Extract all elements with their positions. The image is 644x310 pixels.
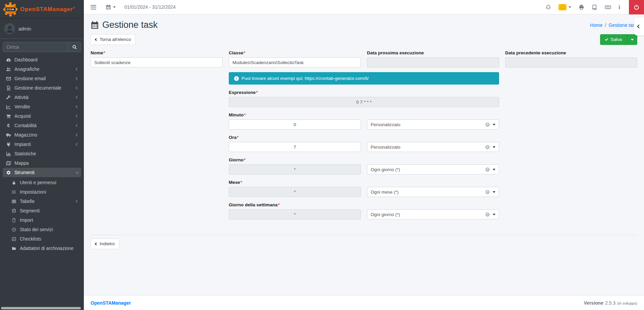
breadcrumb-current-link[interactable]: Gestione task — [608, 22, 637, 28]
sidebar-item-mappa[interactable]: Mappa — [3, 158, 81, 168]
sidebar-item-vendite[interactable]: Vendite — [3, 102, 81, 111]
sidebar-item-label: Mappa — [14, 160, 29, 166]
database-icon — [11, 209, 17, 213]
shortcuts-keyboard-icon[interactable] — [605, 4, 611, 10]
truck-icon — [6, 133, 11, 138]
sidebar-item-gestione-email[interactable]: Gestione email — [3, 74, 81, 83]
field-label: Nome* — [91, 50, 223, 55]
field-label: Giorno* — [229, 157, 499, 162]
sidebar-nav: Dashboard Anagrafiche Gestione email — [0, 54, 84, 310]
sidebar-item-label: Checklists — [20, 236, 41, 242]
tachometer-icon — [6, 57, 11, 62]
hamburger-menu-icon[interactable] — [90, 4, 97, 11]
back-button[interactable]: Indietro — [91, 239, 119, 249]
calendar-icon — [91, 21, 99, 29]
field-nome: Nome* — [91, 50, 223, 67]
sidebar-item-label: Magazzino — [14, 132, 37, 138]
breadcrumb: Home / Gestione task — [590, 20, 637, 28]
sidebar-item-import[interactable]: Import — [3, 215, 81, 225]
docs-book-icon[interactable] — [592, 4, 597, 10]
widget-panel-collapse-button[interactable] — [634, 17, 644, 36]
sidebar-scrollbar[interactable] — [1, 307, 81, 309]
clear-selection-icon[interactable]: × — [485, 167, 490, 172]
logout-power-button[interactable] — [629, 0, 644, 14]
sidebar-item-stato-dei-servizi[interactable]: Stato dei servizi — [3, 225, 81, 234]
sidebar-item-contabilita[interactable]: € Contabilità — [3, 121, 81, 130]
field-label: Data prossima esecuzione — [367, 50, 499, 55]
back-to-list-button[interactable]: Torna all'elenco — [91, 34, 136, 45]
sidebar: OSM OpenSTAManager® admin — [0, 0, 84, 310]
caret-down-icon — [493, 191, 495, 193]
save-dropdown-toggle[interactable] — [627, 34, 637, 45]
search-icon[interactable] — [68, 42, 81, 52]
sidebar-item-statistiche[interactable]: Statistiche — [3, 149, 81, 158]
field-label: Mese* — [229, 180, 499, 185]
session-status-dropdown[interactable] — [558, 4, 571, 10]
notifications-bell-icon[interactable] — [545, 4, 551, 10]
caret-down-icon — [113, 6, 116, 8]
sidebar-item-label: Adattatori di archiviazione — [20, 246, 73, 251]
breadcrumb-home-link[interactable]: Home — [590, 22, 602, 28]
giorno-settimana-select[interactable]: Ogni giorno (*) × — [367, 209, 499, 219]
username: admin — [18, 26, 31, 32]
sidebar-item-utenti-e-permessi[interactable]: Utenti e permessi — [3, 178, 81, 187]
clear-selection-icon[interactable]: × — [485, 122, 490, 127]
giorno-settimana-input — [229, 209, 361, 219]
clear-selection-icon[interactable]: × — [485, 145, 490, 149]
info-icon[interactable]: i — [619, 4, 620, 10]
sidebar-item-checklists[interactable]: Checklists — [3, 234, 81, 244]
sidebar-item-attivita[interactable]: Attività — [3, 93, 81, 102]
avatar — [4, 23, 15, 34]
sidebar-item-acquisti[interactable]: Acquisti — [3, 111, 81, 121]
main-area: 01/01/2024 - 31/12/2024 — [84, 0, 644, 310]
clear-selection-icon[interactable]: × — [485, 190, 490, 194]
chevron-left-icon — [637, 24, 641, 28]
sidebar-item-strumenti[interactable]: Strumenti — [3, 168, 81, 177]
app-window: OSM OpenSTAManager® admin — [0, 0, 644, 310]
search-input[interactable] — [3, 42, 68, 52]
sidebar-item-label: Utenti e permessi — [20, 180, 56, 185]
classe-input[interactable] — [229, 57, 361, 67]
registered-mark: ® — [73, 6, 75, 9]
bar-chart-icon — [6, 151, 11, 156]
page-content: Gestione task Home / Gestione task Torna… — [84, 14, 644, 295]
sidebar-item-impostazioni[interactable]: Impostazioni — [3, 187, 81, 197]
check-square-icon — [11, 237, 17, 241]
minuto-input[interactable] — [229, 119, 361, 130]
save-button[interactable]: Salva — [600, 34, 627, 45]
field-label: Giorno della settimana* — [229, 202, 499, 207]
sidebar-item-gestione-documentale[interactable]: Gestione documentale — [3, 83, 81, 93]
date-range-label[interactable]: 01/01/2024 - 31/12/2024 — [124, 4, 176, 10]
ora-select[interactable]: Personalizzato × — [367, 142, 499, 152]
sidebar-item-label: Import — [20, 217, 33, 223]
sidebar-item-anagrafiche[interactable]: Anagrafiche — [3, 64, 81, 74]
calendar-icon — [106, 4, 111, 10]
giorno-input — [229, 164, 361, 174]
chevron-left-icon — [76, 200, 78, 202]
sidebar-item-dashboard[interactable]: Dashboard — [3, 55, 81, 64]
sidebar-item-label: Acquisti — [14, 113, 31, 119]
giorno-select[interactable]: Ogni giorno (*) × — [367, 164, 499, 174]
print-icon[interactable] — [579, 4, 584, 10]
period-calendar-dropdown[interactable] — [106, 4, 116, 10]
sidebar-item-impianti[interactable]: Impianti — [3, 140, 81, 149]
brand-header[interactable]: OSM OpenSTAManager® — [0, 0, 84, 19]
ora-input[interactable] — [229, 142, 361, 152]
sidebar-item-label: Anagrafiche — [14, 66, 40, 72]
sidebar-item-segmenti[interactable]: Segmenti — [3, 206, 81, 215]
sidebar-item-magazzino[interactable]: Magazzino — [3, 130, 81, 140]
sidebar-item-tabelle[interactable]: Tabelle — [3, 197, 81, 206]
field-espressione: Espressione* — [229, 90, 499, 107]
sidebar-item-label: Contabilità — [14, 123, 37, 128]
nome-input[interactable] — [91, 57, 223, 67]
minuto-select[interactable]: Personalizzato × — [367, 119, 499, 130]
user-panel[interactable]: admin — [0, 19, 84, 39]
footer-brand-link[interactable]: OpenSTAManager — [91, 300, 131, 306]
mese-select[interactable]: Ogni mese (*) × — [367, 187, 499, 197]
field-label: Data precedente esecuzione — [505, 50, 637, 55]
sidebar-item-adattatori-di-archiviazione[interactable]: Adattatori di archiviazione — [3, 244, 81, 253]
clear-selection-icon[interactable]: × — [485, 212, 490, 217]
sidebar-item-label: Impostazioni — [20, 189, 46, 195]
osm-box-label: OSM — [5, 7, 16, 12]
topbar-actions: i — [545, 0, 644, 14]
